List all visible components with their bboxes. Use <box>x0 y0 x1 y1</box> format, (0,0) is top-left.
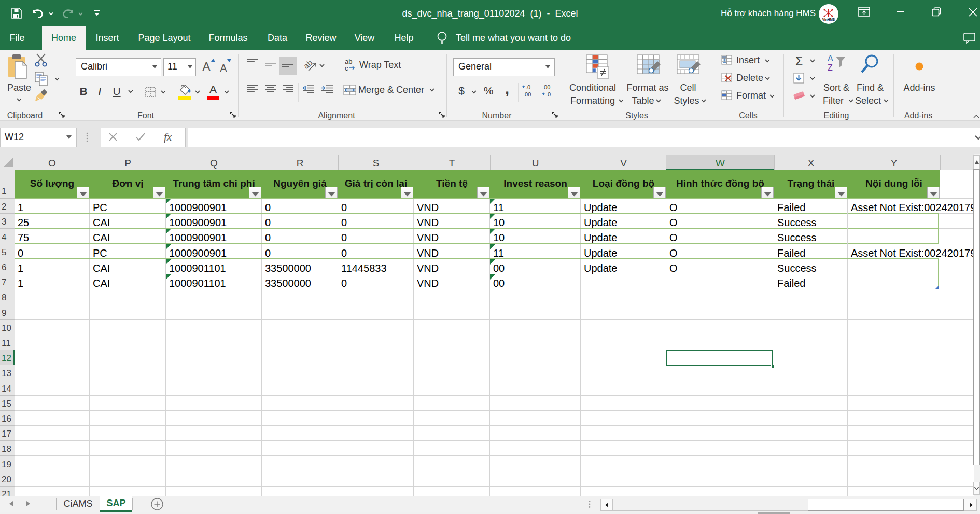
svg-text:A: A <box>828 54 833 63</box>
svg-text:.00: .00 <box>523 91 531 98</box>
svg-text:.0: .0 <box>546 91 551 98</box>
svg-text:VinHMS: VinHMS <box>822 18 835 21</box>
svg-text:c: c <box>345 64 348 72</box>
svg-text:Z: Z <box>828 63 833 72</box>
svg-text:.0: .0 <box>526 84 530 90</box>
svg-text:.00: .00 <box>542 84 550 90</box>
svg-text:ab: ab <box>303 58 314 71</box>
